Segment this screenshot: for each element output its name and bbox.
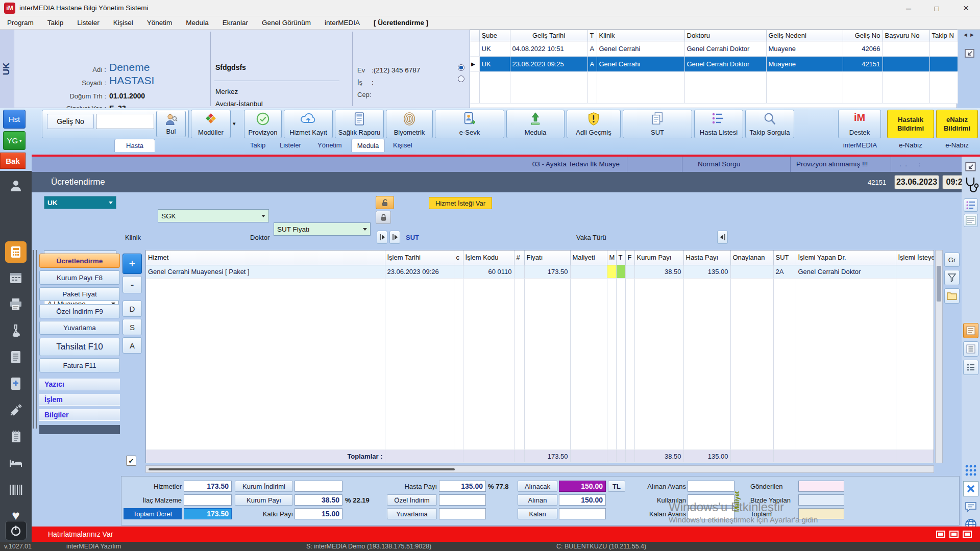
col-f[interactable]: F (625, 251, 634, 265)
syringe-icon[interactable] (7, 402, 24, 419)
tab-hasta[interactable]: Hasta (114, 139, 155, 152)
menu-medula[interactable]: Medula (186, 16, 208, 29)
sidebar-bilgiler-link[interactable]: Bilgiler (39, 409, 120, 421)
reminder-window-icon[interactable] (963, 531, 972, 538)
hst-quick-button[interactable]: Hst (3, 110, 26, 129)
col-c[interactable]: c (454, 251, 463, 265)
add-row-button[interactable]: + (122, 254, 142, 274)
calendar-icon[interactable] (7, 269, 24, 286)
alinan-avans-field[interactable] (688, 481, 734, 492)
unlock-button[interactable] (376, 196, 394, 209)
d-button[interactable]: D (122, 300, 142, 317)
payer-select[interactable]: SGK (158, 209, 269, 222)
sidebar-tahsilat-button[interactable]: Tahsilat F10 (39, 338, 120, 356)
gonderilen-field[interactable] (798, 481, 844, 492)
provizyon-button[interactable]: Provizyon (244, 110, 282, 138)
reminder-bar[interactable]: Hatırlatmalarınız Var (32, 527, 980, 542)
section-date-button[interactable]: 23.06.2023 (894, 175, 939, 189)
bul-button[interactable]: Bul (156, 111, 186, 137)
hizmet-kayit-button[interactable]: Hizmet Kayıt (284, 110, 333, 138)
ozel-indirim-field[interactable] (439, 494, 486, 506)
sidebar-ozel-indirim-button[interactable]: Özel İndirim F9 (39, 304, 120, 318)
moduller-dropdown-icon[interactable]: ▾ (233, 120, 236, 127)
visits-col-gelis-no[interactable]: Geliş No (843, 30, 883, 41)
power-button[interactable] (5, 521, 27, 540)
ilac-malzeme-field[interactable] (184, 494, 232, 506)
tariff-select[interactable]: SUT Fiyatı (274, 222, 371, 236)
panel-highlight-button[interactable] (963, 323, 978, 338)
a-button[interactable]: A (122, 337, 142, 354)
hasta-payi-field[interactable]: 135.00 (439, 481, 486, 492)
billing-module-icon-active[interactable] (5, 241, 27, 263)
sidebar-yuvarlama-button[interactable]: Yuvarlama (39, 321, 120, 335)
panel-lines-button[interactable] (963, 341, 978, 357)
visits-col-klinik[interactable]: Klinik (597, 30, 684, 41)
col-fiyati[interactable]: Fiyatı (524, 251, 570, 265)
lab-flask-icon[interactable] (7, 322, 24, 339)
kurum-indirimi-field[interactable] (295, 481, 342, 492)
chat-bubble-icon[interactable] (963, 499, 978, 515)
sidebar-fatura-button[interactable]: Fatura F11 (39, 358, 120, 372)
moduller-button[interactable]: Modüller (191, 110, 231, 138)
col-t[interactable]: T (616, 251, 625, 265)
menu-program[interactable]: Program (7, 16, 34, 29)
bak-quick-button[interactable]: Bak (0, 153, 26, 169)
saglik-raporu-button[interactable]: Sağlık Raporu (335, 110, 384, 138)
visit-filter-radio[interactable] (458, 76, 464, 82)
panel-note-icon[interactable] (964, 214, 978, 227)
tab-listeler[interactable]: Listeler (280, 141, 301, 149)
col-maliyeti[interactable]: Maliyeti (570, 251, 607, 265)
nav-next-icon[interactable]: ► (969, 32, 975, 38)
step-forward-button-2[interactable] (389, 231, 400, 244)
medula-button[interactable]: Medula (506, 110, 565, 138)
col-kurum-payi[interactable]: Kurum Payı (634, 251, 683, 265)
service-row[interactable]: Genel Cerrahi Muayenesi [ Paket ] 23.06.… (146, 265, 934, 278)
hastalik-bildirimi-button[interactable]: Hastalık Bildirimi (887, 110, 934, 138)
bed-icon[interactable] (7, 455, 24, 472)
branch-select[interactable]: UK (44, 196, 116, 209)
close-panel-icon[interactable] (963, 481, 978, 496)
menu-genel-gorunum[interactable]: Genel Görünüm (262, 16, 311, 29)
bizde-yapilan-field[interactable] (798, 494, 844, 506)
tab-kisisel[interactable]: Kişisel (393, 141, 412, 149)
visits-col-sube[interactable]: Şube (479, 30, 510, 41)
col-islem-tarihi[interactable]: İşlem Tarihi (385, 251, 454, 265)
currency-button[interactable]: TL (608, 481, 625, 492)
col-islemi-isteyen[interactable]: İşlemi İsteye (896, 251, 934, 265)
menu-intermedia[interactable]: interMEDIA (325, 16, 360, 29)
gelis-no-input[interactable] (96, 114, 154, 129)
visit-row-selected[interactable]: ▶ UK 23.06.2023 09:25 A Genel Cerrahi Ge… (470, 57, 958, 72)
yuvarlama-button[interactable]: Yuvarlama (387, 508, 437, 519)
col-sut[interactable]: SUT (773, 251, 796, 265)
col-hizmet[interactable]: Hizmet (146, 251, 385, 265)
yg-quick-button[interactable]: YG▾ (3, 131, 26, 150)
kurum-indirimi-button[interactable]: Kurum İndirimi (235, 481, 293, 492)
kalan-field[interactable] (559, 508, 606, 519)
yuvarlama-field[interactable] (439, 508, 486, 519)
alinan-field[interactable]: 150.00 (559, 494, 606, 506)
tab-takip[interactable]: Takip (250, 141, 265, 149)
biyometrik-button[interactable]: Biyometrik (386, 110, 433, 138)
ozel-indirim-button[interactable]: Özel İndirim (387, 494, 437, 506)
notes-icon[interactable] (7, 428, 24, 445)
grid-dots-icon[interactable] (963, 463, 978, 478)
maximize-button[interactable]: □ (924, 0, 949, 16)
visits-col-gelis-nedeni[interactable]: Geliş Nedeni (766, 30, 843, 41)
destek-button[interactable]: iM Destek (838, 110, 881, 138)
col-islem-kodu[interactable]: İşlem Kodu (463, 251, 514, 265)
visits-col-gelis-tarihi[interactable]: Geliş Tarihi (510, 30, 587, 41)
kurum-payi-field[interactable]: 38.50 (295, 494, 342, 506)
takip-sorgula-button[interactable]: Takip Sorgula (745, 110, 794, 138)
menu-kisisel[interactable]: Kişisel (113, 16, 133, 29)
toplam-ucret-field[interactable]: 173.50 (184, 508, 232, 519)
menu-listeler[interactable]: Listeler (77, 16, 100, 29)
visits-col-takip-n[interactable]: Takip N (929, 30, 958, 41)
minimize-button[interactable]: – (896, 0, 921, 16)
col-m[interactable]: M (607, 251, 616, 265)
grid-horizontal-scrollbar[interactable] (145, 465, 934, 473)
close-button[interactable]: × (952, 0, 980, 16)
col-hasta-payi[interactable]: Hasta Payı (683, 251, 730, 265)
folder-icon[interactable] (944, 288, 960, 304)
lock-button[interactable] (376, 211, 391, 224)
menu-ekranlar[interactable]: Ekranlar (223, 16, 248, 29)
